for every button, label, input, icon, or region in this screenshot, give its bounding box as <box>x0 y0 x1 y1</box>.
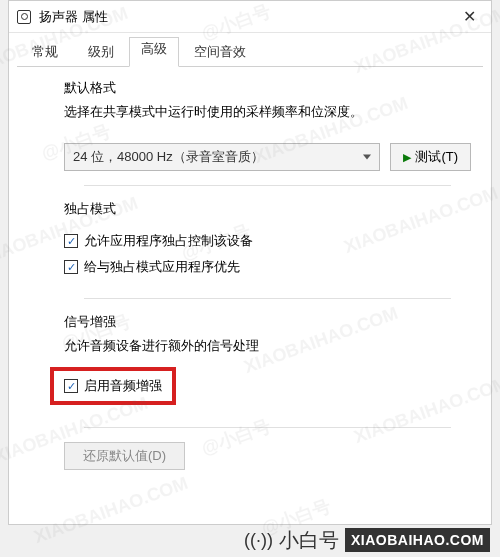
brand-domain: XIAOBAIHAO.COM <box>345 528 490 552</box>
test-button[interactable]: ▶ 测试(T) <box>390 143 471 171</box>
format-selected: 24 位，48000 Hz（录音室音质） <box>73 148 264 166</box>
tab-content: 默认格式 选择在共享模式中运行时使用的采样频率和位深度。 24 位，48000 … <box>9 67 491 478</box>
exclusive-control-checkbox[interactable]: 允许应用程序独占控制该设备 <box>64 232 471 250</box>
window-title: 扬声器 属性 <box>39 8 447 26</box>
broadcast-icon: ((·)) <box>244 530 273 551</box>
format-dropdown[interactable]: 24 位，48000 Hz（录音室音质） <box>64 143 380 171</box>
branding-bar: ((·)) 小白号 XIAOBAIHAO.COM <box>0 525 500 555</box>
exclusive-priority-label: 给与独占模式应用程序优先 <box>84 258 240 276</box>
enhance-desc: 允许音频设备进行额外的信号处理 <box>64 337 471 355</box>
tab-general[interactable]: 常规 <box>17 37 73 67</box>
tab-levels[interactable]: 级别 <box>73 37 129 67</box>
exclusive-title: 独占模式 <box>64 200 471 218</box>
checkbox-icon <box>64 260 78 274</box>
exclusive-priority-checkbox[interactable]: 给与独占模式应用程序优先 <box>64 258 471 276</box>
tab-spatial[interactable]: 空间音效 <box>179 37 261 67</box>
default-format-desc: 选择在共享模式中运行时使用的采样频率和位深度。 <box>64 103 471 121</box>
default-format-title: 默认格式 <box>64 79 471 97</box>
test-button-label: 测试(T) <box>415 148 458 166</box>
properties-window: 扬声器 属性 ✕ 常规 级别 高级 空间音效 默认格式 选择在共享模式中运行时使… <box>8 0 492 525</box>
restore-defaults-button[interactable]: 还原默认值(D) <box>64 442 185 470</box>
enable-enhance-highlight: 启用音频增强 <box>50 367 176 405</box>
enhance-title: 信号增强 <box>64 313 471 331</box>
divider <box>84 298 451 299</box>
checkbox-icon <box>64 234 78 248</box>
brand-name: 小白号 <box>279 527 339 554</box>
divider <box>84 427 451 428</box>
play-icon: ▶ <box>403 151 411 164</box>
close-button[interactable]: ✕ <box>447 1 491 33</box>
enable-enhance-checkbox[interactable]: 启用音频增强 <box>64 377 162 395</box>
exclusive-control-label: 允许应用程序独占控制该设备 <box>84 232 253 250</box>
enable-enhance-label: 启用音频增强 <box>84 377 162 395</box>
titlebar: 扬声器 属性 ✕ <box>9 1 491 33</box>
checkbox-icon <box>64 379 78 393</box>
tab-bar: 常规 级别 高级 空间音效 <box>9 33 491 67</box>
speaker-icon <box>17 10 31 24</box>
tab-advanced[interactable]: 高级 <box>129 37 179 67</box>
divider <box>84 185 451 186</box>
